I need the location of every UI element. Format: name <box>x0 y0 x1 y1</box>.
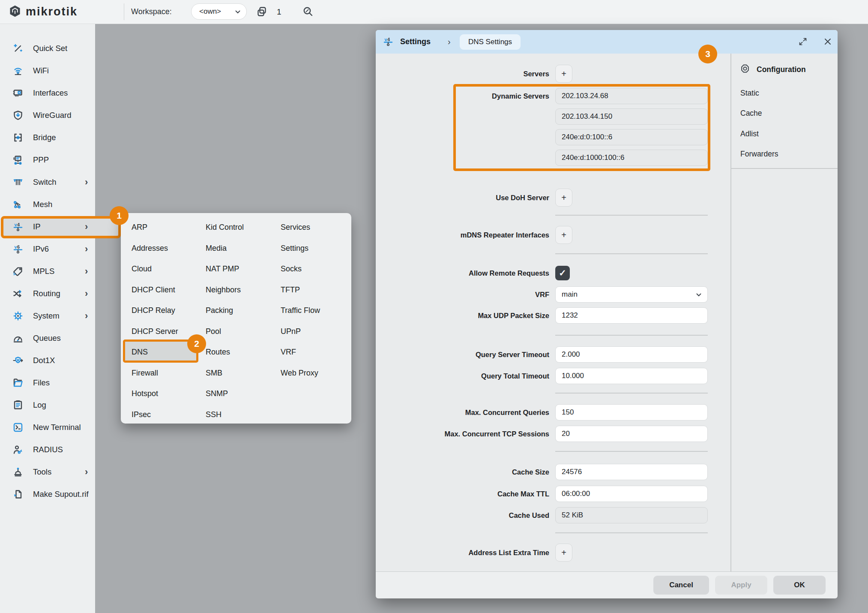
close-icon[interactable] <box>823 36 834 48</box>
sidebar-item-label: IPv6 <box>33 238 49 260</box>
menu-item-ipsec[interactable]: IPsec <box>132 404 178 425</box>
mikrotik-cube-icon <box>9 5 21 19</box>
search-icon[interactable] <box>302 6 314 19</box>
files-icon <box>12 377 24 388</box>
query-total-timeout-input[interactable] <box>555 368 708 384</box>
ip-icon: v4 <box>12 221 24 232</box>
menu-item-routes[interactable]: Routes <box>206 342 244 363</box>
menu-item-upnp[interactable]: UPnP <box>281 321 320 342</box>
sidebar-item-mesh[interactable]: Mesh <box>0 193 95 216</box>
sidebar-item-make-supout-rif[interactable]: Make Supout.rif <box>0 483 95 505</box>
sidebar-item-label: Routing <box>33 282 60 305</box>
add-address-list-extra-time-button[interactable]: + <box>555 544 572 562</box>
max-concurrent-tcp-sessions-input[interactable] <box>555 426 708 442</box>
sidebar-item-quick-set[interactable]: Quick Set <box>0 37 95 60</box>
menu-item-pool[interactable]: Pool <box>206 321 244 342</box>
sidebar-item-files[interactable]: Files <box>0 372 95 394</box>
menu-item-dns[interactable]: DNS <box>132 342 178 363</box>
menu-item-socks[interactable]: Socks <box>281 258 320 279</box>
chevron-right-icon: › <box>85 305 88 327</box>
dynamic-servers-value-1 <box>555 88 708 104</box>
sidebar-item-ipv6[interactable]: v6IPv6› <box>0 238 95 260</box>
sidebar-item-dot1x[interactable]: Dot1X <box>0 349 95 372</box>
sidebar-item-switch[interactable]: Switch› <box>0 171 95 193</box>
sidebar-item-label: Dot1X <box>33 349 55 372</box>
menu-item-dhcp-server[interactable]: DHCP Server <box>132 321 178 342</box>
add-servers-button[interactable]: + <box>555 65 572 83</box>
sidebar-item-new-terminal[interactable]: New Terminal <box>0 416 95 439</box>
sidebar-item-ip[interactable]: v4IP› <box>0 216 95 238</box>
svg-text:6: 6 <box>17 244 20 249</box>
menu-item-kid-control[interactable]: Kid Control <box>206 217 244 238</box>
sidebar-item-interfaces[interactable]: Interfaces <box>0 82 95 104</box>
max-concurrent-queries-input[interactable] <box>555 404 708 421</box>
form-row-dynamic-servers-4 <box>376 147 730 169</box>
menu-item-smb[interactable]: SMB <box>206 363 244 384</box>
add-use-doh-server-button[interactable]: + <box>555 189 572 207</box>
form-row-cache-used: Cache Used <box>376 504 730 526</box>
sidebar-item-mpls[interactable]: MPLS› <box>0 260 95 282</box>
workspace-select[interactable]: <own> <box>191 3 247 20</box>
windows-icon[interactable] <box>256 6 267 19</box>
chevron-right-icon: › <box>85 260 88 282</box>
query-server-timeout-input[interactable] <box>555 346 708 363</box>
panel-item-cache[interactable]: Cache <box>740 108 762 119</box>
menu-item-web-proxy[interactable]: Web Proxy <box>281 363 320 384</box>
menu-item-addresses[interactable]: Addresses <box>132 238 178 259</box>
menu-item-media[interactable]: Media <box>206 238 244 259</box>
menu-item-firewall[interactable]: Firewall <box>132 363 178 384</box>
field-label-cache-max-ttl: Cache Max TTL <box>384 483 549 505</box>
form-row-query-server-timeout: Query Server Timeout <box>376 343 730 366</box>
menu-item-dhcp-client[interactable]: DHCP Client <box>132 279 178 300</box>
cache-size-input[interactable] <box>555 464 708 480</box>
wireguard-icon <box>12 110 24 121</box>
menu-item-vrf[interactable]: VRF <box>281 342 320 363</box>
sidebar-item-routing[interactable]: Routing› <box>0 282 95 305</box>
expand-icon[interactable] <box>798 36 809 48</box>
menu-item-snmp[interactable]: SNMP <box>206 383 244 404</box>
menu-item-cloud[interactable]: Cloud <box>132 258 178 279</box>
menu-item-tftp[interactable]: TFTP <box>281 279 320 300</box>
sidebar-item-queues[interactable]: Queues <box>0 327 95 349</box>
ok-button[interactable]: OK <box>773 576 826 595</box>
sidebar-item-label: Files <box>33 372 50 394</box>
allow-remote-requests-checkbox[interactable]: ✓ <box>555 266 570 280</box>
sidebar-item-bridge[interactable]: Bridge <box>0 126 95 149</box>
menu-item-services[interactable]: Services <box>281 217 320 238</box>
apply-button: Apply <box>715 576 767 595</box>
field-label-address-list-extra-time: Address List Extra Time <box>384 541 549 564</box>
ipv6-icon: v6 <box>12 243 24 255</box>
add-mdns-repeater-interfaces-button[interactable]: + <box>555 226 572 244</box>
menu-item-neighbors[interactable]: Neighbors <box>206 279 244 300</box>
menu-item-ssh[interactable]: SSH <box>206 404 244 425</box>
menu-item-traffic-flow[interactable]: Traffic Flow <box>281 300 320 321</box>
cache-max-ttl-input[interactable] <box>555 486 708 502</box>
log-icon <box>12 400 24 411</box>
sidebar-item-radius[interactable]: RADIUS <box>0 439 95 461</box>
cancel-button[interactable]: Cancel <box>653 576 709 595</box>
menu-item-packing[interactable]: Packing <box>206 300 244 321</box>
window-count: 1 <box>277 0 281 24</box>
panel-item-forwarders[interactable]: Forwarders <box>740 148 778 159</box>
sidebar-item-system[interactable]: System› <box>0 305 95 327</box>
sidebar-item-wifi[interactable]: WiFi <box>0 60 95 82</box>
sidebar-item-tools[interactable]: Tools› <box>0 461 95 483</box>
chevron-down-icon <box>235 8 240 15</box>
vrf-select[interactable]: main <box>555 286 708 303</box>
menu-item-arp[interactable]: ARP <box>132 217 178 238</box>
sidebar-item-ppp[interactable]: PPP <box>0 149 95 171</box>
form-row-servers: Servers+ <box>376 63 730 85</box>
menu-item-nat-pmp[interactable]: NAT PMP <box>206 258 244 279</box>
right-panel-divider <box>730 168 838 169</box>
breadcrumb-settings[interactable]: Settings <box>400 30 431 54</box>
field-label-use-doh-server: Use DoH Server <box>384 186 549 209</box>
sidebar-item-log[interactable]: Log <box>0 394 95 416</box>
menu-item-dhcp-relay[interactable]: DHCP Relay <box>132 300 178 321</box>
sidebar-item-label: Tools <box>33 461 51 483</box>
menu-item-settings[interactable]: Settings <box>281 238 320 259</box>
panel-item-adlist[interactable]: Adlist <box>740 128 759 139</box>
menu-item-hotspot[interactable]: Hotspot <box>132 383 178 404</box>
sidebar-item-wireguard[interactable]: WireGuard <box>0 104 95 126</box>
panel-item-static[interactable]: Static <box>740 87 759 99</box>
max-udp-packet-size-input[interactable] <box>555 307 708 324</box>
